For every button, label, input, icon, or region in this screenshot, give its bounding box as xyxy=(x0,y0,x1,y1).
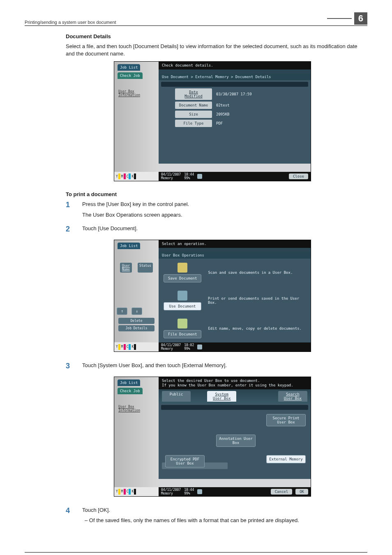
status-icon xyxy=(197,489,202,494)
annotation-button[interactable]: Annotation User Box xyxy=(216,435,256,447)
label-size[interactable]: Size xyxy=(175,111,212,118)
label-date-modified[interactable]: Date Modified xyxy=(175,88,212,100)
panel-message: Select the desired User Box to use docum… xyxy=(159,377,311,390)
breadcrumb: Printing/sending a system user box docum… xyxy=(25,20,116,25)
status-date: 04/11/2007 xyxy=(161,488,181,492)
value-date-modified: 03/30/2007 17:59 xyxy=(216,92,252,96)
status-memory-label: Memory xyxy=(161,347,173,351)
step3-text: Touch [System User Box], and then touch … xyxy=(82,362,359,369)
panel-breadcrumb: User Box Operations xyxy=(159,252,311,259)
page-header: Printing/sending a system user box docum… xyxy=(25,12,367,26)
save-document-desc: Scan and save documents in a User Box. xyxy=(208,271,293,275)
status-memory-pct: 99% xyxy=(184,176,190,180)
screenshot-user-box-operations: Job List User Name Status ↑ ↓ Delete Job… xyxy=(114,240,311,352)
sidebar-userbox-info[interactable]: User Box Information xyxy=(118,90,140,97)
value-file-type: PDF xyxy=(216,121,223,125)
col-status[interactable]: Status xyxy=(138,263,153,273)
tab-system-user-box[interactable]: System User Box xyxy=(207,391,236,402)
tab-search-user-box[interactable]: Search User Box xyxy=(278,391,307,402)
status-time: 18:44 xyxy=(184,488,194,492)
scroll-placeholder xyxy=(161,82,308,87)
value-doc-name: 02test xyxy=(216,103,230,107)
label-doc-name[interactable]: Document Name xyxy=(175,102,212,109)
step2-text: Touch [Use Document]. xyxy=(82,225,359,232)
status-memory-pct: 99% xyxy=(184,347,190,351)
use-document-button[interactable]: Use Document xyxy=(164,302,201,310)
chapter-number: 6 xyxy=(354,12,367,25)
step1-text-a: Press the [User Box] key in the control … xyxy=(82,201,359,208)
save-document-button[interactable]: Save Document xyxy=(164,274,201,282)
tab-check-job[interactable]: Check Job xyxy=(118,388,143,394)
file-document-button[interactable]: File Document xyxy=(164,330,201,338)
delete-button[interactable]: Delete xyxy=(118,318,154,324)
file-document-icon xyxy=(178,319,187,328)
tab-job-list[interactable]: Job List xyxy=(118,64,140,71)
use-document-desc: Print or send documents saved in the Use… xyxy=(208,296,306,305)
ok-button[interactable]: OK xyxy=(295,489,308,495)
tab-job-list[interactable]: Job List xyxy=(118,379,140,386)
heading-document-details: Document Details xyxy=(66,33,359,39)
toner-levels: Y M C K xyxy=(114,487,159,496)
label-file-type[interactable]: File Type xyxy=(175,120,212,127)
job-details-button[interactable]: Job Details xyxy=(118,325,154,331)
encrypted-pdf-button[interactable]: Encrypted PDF User Box xyxy=(165,455,205,467)
arrow-down-button[interactable]: ↓ xyxy=(131,308,142,315)
step4-bullet: – Of the saved files, only the names of … xyxy=(91,517,359,524)
toner-levels: Y M C K xyxy=(114,342,159,352)
status-time: 18:02 xyxy=(184,343,194,347)
tab-job-list[interactable]: Job List xyxy=(118,243,140,249)
cancel-button[interactable]: Cancel xyxy=(271,489,293,495)
status-memory-pct: 99% xyxy=(184,492,190,495)
step-number-4: 4 xyxy=(66,506,82,527)
close-button[interactable]: Close xyxy=(289,173,308,179)
col-user-name[interactable]: User Name xyxy=(120,263,132,273)
file-document-desc: Edit name, move, copy or delete document… xyxy=(208,326,302,331)
userbox-tab-row: Public System User Box Search User Box xyxy=(159,389,311,403)
intro-text: Select a file, and then touch [Document … xyxy=(66,43,359,57)
step4-text: Touch [OK]. xyxy=(82,506,359,514)
panel-message: Select an operation. xyxy=(159,240,311,248)
arrow-up-button[interactable]: ↑ xyxy=(117,308,127,315)
screenshot-document-details: Job List Check Job User Box Information … xyxy=(114,61,311,181)
step1-text-b: The User Box Operations screen appears. xyxy=(82,211,359,219)
screenshot-select-user-box: Job List Check Job User Box Information … xyxy=(114,377,311,497)
heading-to-print: To print a document xyxy=(66,191,359,197)
panel-breadcrumb: Use Document > External Memory > Documen… xyxy=(159,74,311,80)
status-date: 04/11/2007 xyxy=(161,173,181,176)
external-memory-button[interactable]: External Memory xyxy=(266,455,306,463)
status-time: 18:44 xyxy=(184,173,194,176)
step-number-2: 2 xyxy=(66,225,82,236)
toner-levels: Y M C K xyxy=(114,172,159,181)
chapter-indicator: 6 xyxy=(327,12,367,25)
step-number-3: 3 xyxy=(66,362,82,372)
tab-public[interactable]: Public xyxy=(162,391,191,402)
step-number-1: 1 xyxy=(66,201,82,222)
status-icon xyxy=(197,174,202,179)
status-icon xyxy=(197,345,202,349)
save-document-icon xyxy=(178,263,187,273)
status-memory-label: Memory xyxy=(161,492,173,495)
value-size: 2095KB xyxy=(216,112,230,116)
panel-message: Check document details. xyxy=(159,62,311,69)
scroll-placeholder xyxy=(161,405,308,410)
use-document-icon xyxy=(178,291,187,301)
page-footer: C650 6-27 xyxy=(25,552,367,555)
status-memory-label: Memory xyxy=(161,176,173,180)
tab-check-job[interactable]: Check Job xyxy=(118,72,143,79)
secure-print-button[interactable]: Secure Print User Box xyxy=(266,414,306,426)
sidebar-userbox-info[interactable]: User Box Information xyxy=(118,405,140,412)
status-date: 04/11/2007 xyxy=(161,343,181,347)
